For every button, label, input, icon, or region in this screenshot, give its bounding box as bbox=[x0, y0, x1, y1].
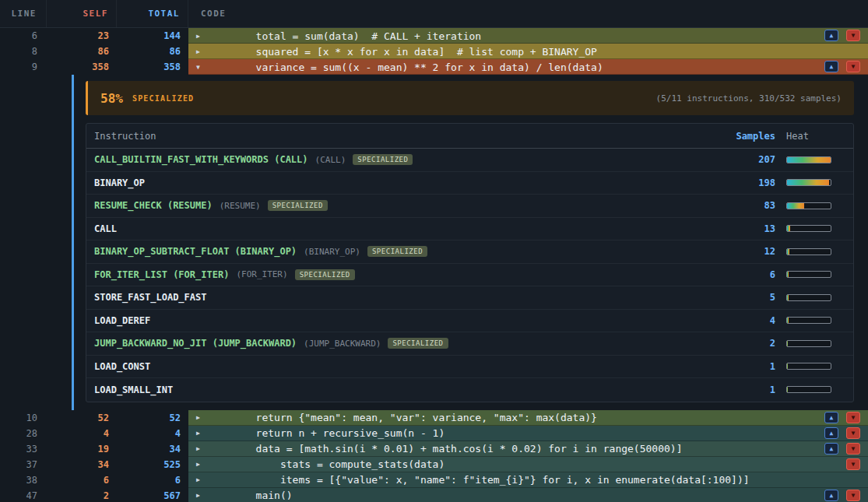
jump-to-caller-button[interactable]: ▲ bbox=[824, 412, 838, 423]
code-line-row[interactable]: 88686▶ squared = [x * x for x in data] #… bbox=[0, 44, 868, 59]
heat-bar-fill bbox=[787, 363, 788, 369]
expand-arrow-icon[interactable]: ▶ bbox=[196, 414, 207, 421]
specialized-badge: SPECIALIZED bbox=[353, 154, 413, 165]
code-line-row[interactable]: 3866▶ items = [{"value": x, "name": f"it… bbox=[0, 472, 868, 488]
row-nav-buttons: ▲▼ bbox=[824, 443, 860, 455]
code-line-row[interactable]: 105252▶ return {"mean": mean, "var": var… bbox=[0, 410, 868, 426]
line-number: 8 bbox=[0, 44, 47, 59]
heat-bar-fill bbox=[787, 157, 831, 163]
expand-arrow-icon[interactable]: ▶ bbox=[196, 430, 207, 437]
instruction-name: RESUME_CHECK (RESUME)(RESUME)SPECIALIZED bbox=[86, 200, 713, 211]
code-line-row[interactable]: 9358358▼ variance = sum((x - mean) ** 2 … bbox=[0, 59, 868, 75]
expand-arrow-icon[interactable]: ▶ bbox=[196, 33, 207, 40]
heat-bar-fill bbox=[787, 272, 789, 277]
expand-arrow-icon[interactable]: ▶ bbox=[196, 445, 207, 452]
samples-value: 1 bbox=[713, 384, 775, 395]
code-line-row[interactable]: 2844▶ return n + recursive_sum(n - 1)▲▼ bbox=[0, 426, 868, 441]
jump-to-caller-button[interactable]: ▲ bbox=[824, 30, 838, 41]
base-opcode: (BINARY_OP) bbox=[304, 247, 360, 257]
code-line-row[interactable]: 472567▶ main()▲▼ bbox=[0, 488, 868, 502]
row-nav-buttons: ▲▼ bbox=[824, 490, 860, 501]
jump-to-callee-button[interactable]: ▼ bbox=[846, 61, 860, 72]
samples-value: 12 bbox=[713, 246, 775, 257]
instruction-row: LOAD_SMALL_INT1 bbox=[86, 378, 853, 402]
code-text: return {"mean": mean, "var": variance, "… bbox=[207, 412, 597, 423]
jump-to-callee-button[interactable]: ▼ bbox=[846, 30, 860, 41]
code-text: squared = [x * x for x in data] # list c… bbox=[207, 46, 597, 58]
total-sample-count: 144 bbox=[117, 28, 188, 44]
heat-bar-fill bbox=[787, 295, 789, 300]
opcode-name: CALL bbox=[94, 223, 117, 234]
samples-value: 2 bbox=[713, 338, 775, 349]
expand-arrow-icon[interactable]: ▶ bbox=[196, 48, 207, 55]
jump-to-callee-button[interactable]: ▼ bbox=[846, 443, 860, 455]
expand-arrow-icon[interactable]: ▶ bbox=[196, 461, 207, 468]
specialized-badge: SPECIALIZED bbox=[388, 338, 448, 349]
heat-cell bbox=[775, 363, 853, 370]
instruction-row: CALL13 bbox=[86, 218, 853, 241]
heat-bar bbox=[786, 248, 831, 255]
jump-to-caller-button[interactable]: ▲ bbox=[824, 443, 838, 455]
expansion-connector-line bbox=[72, 75, 74, 410]
jump-to-caller-button[interactable]: ▲ bbox=[824, 61, 838, 72]
self-sample-count: 19 bbox=[47, 441, 117, 457]
self-sample-count: 86 bbox=[47, 44, 117, 59]
jump-to-caller-button[interactable]: ▲ bbox=[824, 490, 838, 501]
heat-bar-fill bbox=[787, 203, 804, 209]
line-number: 9 bbox=[0, 59, 47, 75]
heat-bar bbox=[786, 156, 831, 163]
samples-value: 13 bbox=[713, 223, 775, 234]
expand-arrow-icon[interactable]: ▶ bbox=[196, 492, 207, 499]
code-cell: ▶ main()▲▼ bbox=[188, 488, 868, 502]
row-nav-buttons: ▲▼ bbox=[824, 412, 860, 423]
samples-value: 5 bbox=[713, 292, 775, 303]
code-rows-bottom: 105252▶ return {"mean": mean, "var": var… bbox=[0, 410, 868, 502]
heat-cell bbox=[775, 248, 853, 255]
total-sample-count: 6 bbox=[117, 472, 188, 488]
specialization-meta: (5/11 instructions, 310/532 samples) bbox=[656, 93, 842, 104]
heat-cell bbox=[775, 271, 853, 278]
jump-to-callee-button[interactable]: ▼ bbox=[846, 412, 860, 423]
total-sample-count: 34 bbox=[117, 441, 188, 457]
instruction-row: JUMP_BACKWARD_NO_JIT (JUMP_BACKWARD)(JUM… bbox=[86, 332, 853, 356]
collapse-arrow-icon[interactable]: ▼ bbox=[196, 64, 207, 71]
expanded-detail-panel: 58% SPECIALIZED (5/11 instructions, 310/… bbox=[0, 75, 868, 410]
self-sample-count: 6 bbox=[47, 472, 117, 488]
opcode-name: STORE_FAST_LOAD_FAST bbox=[94, 292, 207, 303]
heat-bar bbox=[786, 271, 831, 278]
base-opcode: (FOR_ITER) bbox=[236, 269, 287, 279]
opcode-name: JUMP_BACKWARD_NO_JIT (JUMP_BACKWARD) bbox=[94, 338, 297, 349]
row-nav-buttons: ▲▼ bbox=[824, 30, 860, 41]
heat-bar bbox=[786, 340, 831, 347]
opcode-name: LOAD_SMALL_INT bbox=[94, 384, 173, 395]
jump-to-callee-button[interactable]: ▼ bbox=[846, 490, 860, 501]
code-cell: ▶ data = [math.sin(i * 0.01) + math.cos(… bbox=[188, 441, 868, 457]
samples-value: 6 bbox=[713, 269, 775, 280]
self-sample-count: 2 bbox=[47, 488, 117, 502]
opcode-name: LOAD_CONST bbox=[94, 361, 150, 372]
code-line-row[interactable]: 623144▶ total = sum(data) # CALL + itera… bbox=[0, 28, 868, 44]
instruction-row: BINARY_OP_SUBTRACT_FLOAT (BINARY_OP)(BIN… bbox=[86, 240, 853, 264]
samples-value: 4 bbox=[713, 315, 775, 326]
instruction-name: LOAD_SMALL_INT bbox=[86, 384, 713, 395]
column-header-samples: Samples bbox=[713, 131, 775, 142]
opcode-name: RESUME_CHECK (RESUME) bbox=[94, 200, 213, 211]
code-text: main() bbox=[207, 490, 293, 501]
heat-bar-fill bbox=[787, 226, 790, 231]
heat-cell bbox=[775, 386, 853, 393]
total-sample-count: 52 bbox=[117, 410, 188, 426]
samples-value: 1 bbox=[713, 361, 775, 372]
opcode-name: FOR_ITER_LIST (FOR_ITER) bbox=[94, 269, 229, 280]
code-line-row[interactable]: 331934▶ data = [math.sin(i * 0.01) + mat… bbox=[0, 441, 868, 457]
code-line-row[interactable]: 3734525▶ stats = compute_stats(data)▼ bbox=[0, 457, 868, 472]
jump-to-callee-button[interactable]: ▼ bbox=[846, 458, 860, 470]
expand-arrow-icon[interactable]: ▶ bbox=[196, 476, 207, 483]
profiler-app: LINE SELF TOTAL CODE 623144▶ total = sum… bbox=[0, 0, 868, 502]
self-sample-count: 34 bbox=[47, 457, 117, 472]
heat-cell bbox=[775, 340, 853, 347]
jump-to-caller-button[interactable]: ▲ bbox=[824, 427, 838, 439]
instruction-name: JUMP_BACKWARD_NO_JIT (JUMP_BACKWARD)(JUM… bbox=[86, 338, 713, 349]
jump-to-callee-button[interactable]: ▼ bbox=[846, 427, 860, 439]
samples-value: 207 bbox=[713, 154, 775, 165]
column-header-heat: Heat bbox=[775, 131, 853, 142]
